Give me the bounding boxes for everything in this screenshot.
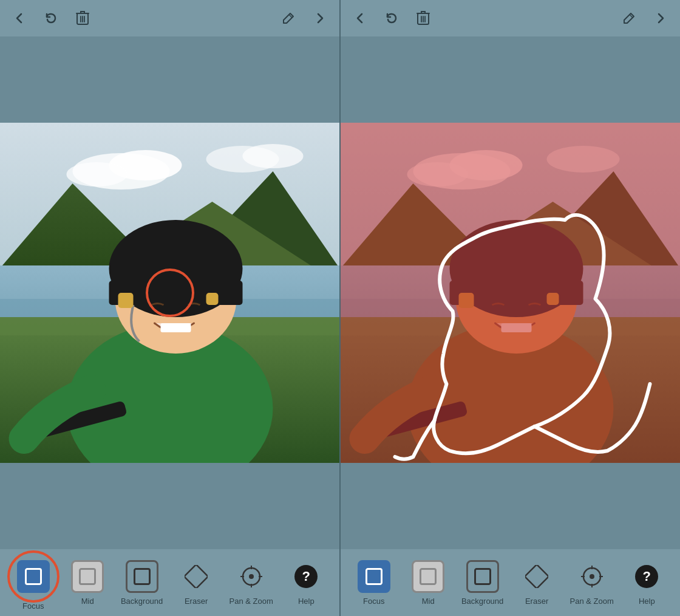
focus-label-right: Focus bbox=[363, 597, 384, 606]
pan-zoom-tool-left[interactable]: Pan & Zoom bbox=[229, 560, 273, 606]
svg-point-12 bbox=[67, 162, 127, 187]
eraser-label-right: Eraser bbox=[525, 597, 548, 606]
eraser-label-left: Eraser bbox=[185, 597, 208, 606]
bg-inner-square-right bbox=[474, 568, 491, 585]
mid-inner-square-left bbox=[79, 568, 96, 585]
svg-rect-28 bbox=[206, 293, 219, 305]
mid-label-right: Mid bbox=[422, 597, 435, 606]
mid-inner-square-right bbox=[420, 568, 437, 585]
left-panel: Focus Mid Background Eraser bbox=[0, 0, 341, 616]
mid-icon-box-left[interactable] bbox=[71, 560, 104, 593]
pan-icon-box-right[interactable] bbox=[576, 560, 608, 593]
pan-icon-box-left[interactable] bbox=[235, 560, 268, 593]
left-scene-svg bbox=[0, 123, 339, 463]
eraser-tool-right[interactable]: Eraser bbox=[515, 560, 558, 606]
right-bottom-gray bbox=[341, 463, 680, 549]
bg-label-left: Background bbox=[121, 597, 163, 606]
svg-rect-27 bbox=[118, 293, 134, 308]
left-bottom-toolbar: Focus Mid Background Eraser bbox=[0, 549, 339, 616]
mid-icon-box-right[interactable] bbox=[412, 560, 444, 593]
left-top-gray bbox=[0, 36, 339, 123]
left-bottom-gray bbox=[0, 463, 339, 549]
eraser-icon-box-right[interactable] bbox=[520, 560, 553, 593]
left-toolbar bbox=[0, 0, 339, 36]
right-top-gray bbox=[341, 36, 680, 123]
drawn-outline-svg bbox=[341, 123, 680, 463]
next-button-right[interactable] bbox=[651, 9, 670, 28]
pan-zoom-tool-right[interactable]: Pan & Zoom bbox=[570, 560, 614, 606]
focus-icon-box-left[interactable] bbox=[17, 560, 50, 593]
background-tool-right[interactable]: Background bbox=[461, 560, 504, 606]
help-icon-right: ? bbox=[635, 565, 658, 588]
eraser-tool-left[interactable]: Eraser bbox=[175, 560, 217, 606]
bg-label-right: Background bbox=[461, 597, 503, 606]
right-toolbar bbox=[341, 0, 680, 36]
undo-button[interactable] bbox=[41, 9, 61, 28]
right-bottom-toolbar: Focus Mid Background Eraser bbox=[341, 549, 680, 616]
help-icon-box-right[interactable]: ? bbox=[630, 560, 663, 593]
help-label-left: Help bbox=[298, 597, 314, 606]
pencil-button-right[interactable] bbox=[619, 9, 639, 28]
mid-label-left: Mid bbox=[81, 597, 94, 606]
pan-zoom-label-right: Pan & Zoom bbox=[570, 597, 614, 606]
svg-point-68 bbox=[590, 574, 594, 579]
next-button[interactable] bbox=[310, 9, 330, 28]
help-label-right: Help bbox=[639, 597, 655, 606]
focus-tool-left[interactable]: Focus bbox=[12, 555, 55, 611]
pan-zoom-label-left: Pan & Zoom bbox=[229, 597, 273, 606]
focus-inner-square-right bbox=[365, 568, 382, 585]
right-photo-area[interactable] bbox=[341, 123, 680, 463]
back-button-right[interactable] bbox=[350, 9, 370, 28]
bg-inner-square-left bbox=[134, 568, 151, 585]
svg-point-14 bbox=[243, 144, 304, 168]
focus-inner-square-left bbox=[25, 568, 42, 585]
mid-tool-right[interactable]: Mid bbox=[407, 560, 449, 606]
left-photo-area bbox=[0, 123, 339, 463]
back-button[interactable] bbox=[10, 9, 29, 28]
trash-button-right[interactable] bbox=[413, 9, 433, 28]
svg-rect-66 bbox=[525, 565, 548, 588]
help-tool-left[interactable]: ? Help bbox=[285, 560, 327, 606]
mid-tool-left[interactable]: Mid bbox=[66, 560, 109, 606]
help-icon-left: ? bbox=[294, 565, 318, 588]
svg-rect-30 bbox=[185, 565, 208, 588]
focus-tool-right[interactable]: Focus bbox=[353, 560, 395, 606]
eraser-icon-box-left[interactable] bbox=[180, 560, 212, 593]
pencil-button[interactable] bbox=[279, 9, 298, 28]
right-panel: Focus Mid Background Eraser bbox=[341, 0, 680, 616]
bg-icon-box-right[interactable] bbox=[466, 560, 499, 593]
help-tool-right[interactable]: ? Help bbox=[625, 560, 668, 606]
trash-button[interactable] bbox=[73, 9, 92, 28]
bg-icon-box-left[interactable] bbox=[126, 560, 158, 593]
undo-button-right[interactable] bbox=[382, 9, 401, 28]
background-tool-left[interactable]: Background bbox=[121, 560, 163, 606]
svg-rect-26 bbox=[161, 323, 191, 332]
help-icon-box-left[interactable]: ? bbox=[290, 560, 322, 593]
focus-label-left: Focus bbox=[22, 601, 44, 611]
svg-point-32 bbox=[249, 574, 254, 579]
focus-icon-box-right[interactable] bbox=[358, 560, 390, 593]
